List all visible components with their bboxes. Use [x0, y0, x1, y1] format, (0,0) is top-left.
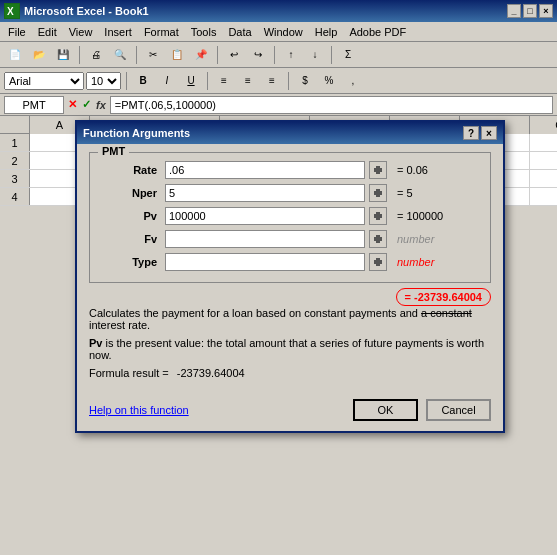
arg-result-fv: number: [397, 233, 434, 245]
menu-file[interactable]: File: [2, 24, 32, 40]
arg-row-fv: Fv number: [100, 230, 480, 248]
dialog-help-button[interactable]: ?: [463, 126, 479, 140]
arg-label-type: Type: [100, 256, 165, 268]
font-size-select[interactable]: 10: [86, 72, 121, 90]
arg-label-nper: Nper: [100, 187, 165, 199]
cancel-button[interactable]: Cancel: [426, 399, 491, 421]
menu-window[interactable]: Window: [258, 24, 309, 40]
dialog-close-button[interactable]: ×: [481, 126, 497, 140]
cell-g4[interactable]: [530, 188, 557, 205]
function-arguments-dialog: Function Arguments ? × PMT Rate = 0.06: [75, 120, 505, 433]
arg-result-nper: = 5: [397, 187, 413, 199]
cancel-formula-button[interactable]: ✕: [66, 98, 79, 111]
maximize-button[interactable]: □: [523, 4, 537, 18]
align-right-button[interactable]: ≡: [261, 70, 283, 92]
arg-collapse-pv[interactable]: [369, 207, 387, 225]
name-box[interactable]: [4, 96, 64, 114]
arg-label-fv: Fv: [100, 233, 165, 245]
percent-button[interactable]: %: [318, 70, 340, 92]
comma-button[interactable]: ,: [342, 70, 364, 92]
cell-g3[interactable]: [530, 170, 557, 187]
arg-input-wrap-nper: = 5: [165, 184, 480, 202]
dialog-title-text: Function Arguments: [83, 127, 463, 139]
arg-input-pv[interactable]: [165, 207, 365, 225]
menu-format[interactable]: Format: [138, 24, 185, 40]
menu-edit[interactable]: Edit: [32, 24, 63, 40]
bold-button[interactable]: B: [132, 70, 154, 92]
arg-label-pv: Pv: [100, 210, 165, 222]
menu-view[interactable]: View: [63, 24, 99, 40]
menu-data[interactable]: Data: [222, 24, 257, 40]
sort-asc-button[interactable]: ↑: [280, 44, 302, 66]
arg-input-nper[interactable]: [165, 184, 365, 202]
title-bar: X Microsoft Excel - Book1 _ □ ×: [0, 0, 557, 22]
underline-button[interactable]: U: [180, 70, 202, 92]
sort-desc-button[interactable]: ↓: [304, 44, 326, 66]
menu-insert[interactable]: Insert: [98, 24, 138, 40]
sum-button[interactable]: Σ: [337, 44, 359, 66]
formula-result-row: Formula result = -23739.64004: [89, 367, 491, 379]
arg-input-rate[interactable]: [165, 161, 365, 179]
svg-text:X: X: [7, 6, 14, 17]
arg-input-fv[interactable]: [165, 230, 365, 248]
svg-rect-9: [376, 235, 380, 243]
window-title: Microsoft Excel - Book1: [24, 5, 507, 17]
menu-tools[interactable]: Tools: [185, 24, 223, 40]
new-button[interactable]: 📄: [4, 44, 26, 66]
col-header-g[interactable]: G: [530, 116, 557, 134]
cell-g2[interactable]: [530, 152, 557, 169]
formula-input[interactable]: [110, 96, 553, 114]
arg-result-pv: = 100000: [397, 210, 443, 222]
open-button[interactable]: 📂: [28, 44, 50, 66]
row-header: 4: [0, 188, 30, 205]
print-button[interactable]: 🖨: [85, 44, 107, 66]
ok-button[interactable]: OK: [353, 399, 418, 421]
formula-buttons: ✕ ✓ fx: [66, 98, 108, 111]
close-button[interactable]: ×: [539, 4, 553, 18]
cell-g1[interactable]: [530, 134, 557, 151]
menu-adobe[interactable]: Adobe PDF: [343, 24, 412, 40]
dialog-title-bar: Function Arguments ? ×: [77, 122, 503, 144]
currency-button[interactable]: $: [294, 70, 316, 92]
insert-function-button[interactable]: fx: [94, 99, 108, 111]
arg-row-pv: Pv = 100000: [100, 207, 480, 225]
print-preview-button[interactable]: 🔍: [109, 44, 131, 66]
redo-button[interactable]: ↪: [247, 44, 269, 66]
arg-input-wrap-pv: = 100000: [165, 207, 480, 225]
font-select[interactable]: Arial: [4, 72, 84, 90]
cut-button[interactable]: ✂: [142, 44, 164, 66]
copy-button[interactable]: 📋: [166, 44, 188, 66]
fmt-sep-2: [207, 72, 208, 90]
row-header: 1: [0, 134, 30, 151]
formatting-toolbar: Arial 10 B I U ≡ ≡ ≡ $ % ,: [0, 68, 557, 94]
help-link[interactable]: Help on this function: [89, 404, 189, 416]
arg-label-rate: Rate: [100, 164, 165, 176]
dialog-title-buttons: ? ×: [463, 126, 497, 140]
description-sub-bold: Pv: [89, 337, 102, 349]
description-main: Calculates the payment for a loan based …: [89, 307, 491, 331]
menu-help[interactable]: Help: [309, 24, 344, 40]
formula-result-display: = -23739.64004: [396, 288, 491, 306]
corner-header: [0, 116, 30, 133]
arg-input-type[interactable]: [165, 253, 365, 271]
save-button[interactable]: 💾: [52, 44, 74, 66]
arg-collapse-rate[interactable]: [369, 161, 387, 179]
italic-button[interactable]: I: [156, 70, 178, 92]
minimize-button[interactable]: _: [507, 4, 521, 18]
undo-button[interactable]: ↩: [223, 44, 245, 66]
args-group: PMT Rate = 0.06 Nper: [89, 152, 491, 283]
svg-rect-7: [376, 212, 380, 220]
description-sub: Pv is the present value: the total amoun…: [89, 337, 491, 361]
arg-collapse-nper[interactable]: [369, 184, 387, 202]
align-left-button[interactable]: ≡: [213, 70, 235, 92]
arg-collapse-fv[interactable]: [369, 230, 387, 248]
formula-bar: ✕ ✓ fx: [0, 94, 557, 116]
fmt-sep-1: [126, 72, 127, 90]
arg-collapse-type[interactable]: [369, 253, 387, 271]
paste-button[interactable]: 📌: [190, 44, 212, 66]
formula-result-value: -23739.64004: [177, 367, 245, 379]
align-center-button[interactable]: ≡: [237, 70, 259, 92]
formula-result-label: Formula result =: [89, 367, 169, 379]
arg-row-type: Type number: [100, 253, 480, 271]
confirm-formula-button[interactable]: ✓: [80, 98, 93, 111]
